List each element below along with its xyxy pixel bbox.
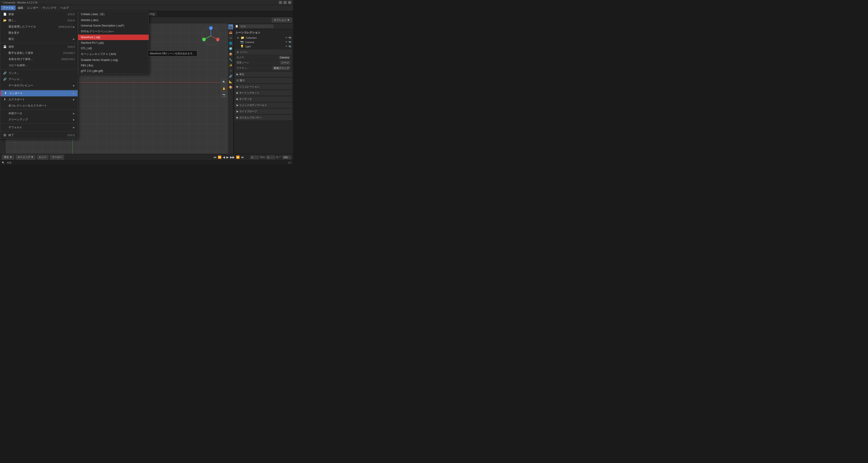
gravity-check-icon: ☑ (237, 79, 239, 82)
menu-render[interactable]: レンダー (26, 5, 40, 10)
svg-text:Z: Z (210, 28, 212, 30)
prev-keyframe-button[interactable]: ⏪ (218, 155, 221, 159)
menu-item-external-data[interactable]: 外部データ ▶ (0, 111, 78, 117)
rigid-body-section-header[interactable]: ▶ リジッドボディワールド (235, 102, 292, 108)
prop-tab-output[interactable]: 📤 (228, 30, 233, 35)
menu-item-save-inc[interactable]: 数字を追加して保存 [Ctrl] [Alt] S (0, 50, 78, 56)
cp-expand-icon: ▶ (237, 116, 238, 119)
light-probe-section-header[interactable]: ▶ ライトプローブ (235, 109, 292, 114)
import-wavefront-obj[interactable]: Wavefront (.obj) (78, 35, 149, 40)
import-collada[interactable]: Collada (.dae)（旧） (78, 11, 149, 18)
camera-render-icon[interactable]: 📷 (288, 41, 291, 43)
menu-item-save[interactable]: 💾保存 [Ctrl] S (0, 44, 78, 50)
prop-tab-material[interactable]: 🎨 (228, 85, 233, 90)
import-scalable-vector[interactable]: Scalable Vector Graphic (.svg) (78, 57, 149, 63)
custom-props-section-header[interactable]: ▶ カスタムプロパティ (235, 115, 292, 120)
timeline-play-button[interactable]: 再生 ▼ (2, 155, 14, 160)
keying-section-header[interactable]: ▶ キーイングセット (235, 90, 292, 95)
light-visibility-icon[interactable]: 👁 (285, 45, 287, 48)
prop-tab-render[interactable]: 🎬 (228, 24, 233, 29)
collection-visibility-icon[interactable]: 👁 (285, 36, 287, 39)
options-button[interactable]: オプション ▼ (272, 18, 292, 23)
zoom-in-button[interactable]: 🔍 (221, 80, 227, 85)
prop-tab-modifier[interactable]: 🔧 (228, 57, 233, 62)
menu-item-data-preview[interactable]: データのプレビュー ▶ (0, 83, 78, 89)
prev-frame-button[interactable]: ◀ (223, 155, 225, 159)
menu-item-cleanup[interactable]: クリーンアップ ▶ (0, 117, 78, 123)
viewport-right-toolbar: 🔍 ✋ 📷 (221, 80, 227, 98)
maximize-button[interactable]: □ (283, 1, 287, 4)
menu-help[interactable]: ヘルプ (59, 5, 70, 10)
menu-item-export-all[interactable]: 全コレクションをエクスポート (0, 102, 78, 109)
svg-text:X: X (217, 39, 218, 41)
menu-file[interactable]: ファイル (1, 5, 16, 10)
play-button[interactable]: ▶ (226, 155, 229, 159)
timeline-keying-button[interactable]: キーイング ▼ (16, 155, 35, 160)
jump-start-button[interactable]: ⏮ (213, 155, 216, 159)
menu-item-append[interactable]: 🔗アペンド... (0, 76, 78, 83)
start-frame-input[interactable] (266, 155, 275, 159)
import-fbx[interactable]: FBX (.fbx) (78, 63, 149, 68)
menu-sep-6 (0, 131, 78, 131)
next-frame-button[interactable]: ▶▶ (230, 155, 235, 159)
menu-item-open[interactable]: 📂開く... [Ctrl] O (0, 18, 78, 24)
navigation-gizmo[interactable]: Z X Y (200, 26, 221, 46)
menu-sep-1 (0, 43, 78, 43)
menu-item-import[interactable]: ⬇インポート ▶ (0, 90, 78, 96)
import-stl[interactable]: STL (.stl) (78, 45, 149, 51)
prop-tab-object[interactable]: 📦 (228, 52, 233, 57)
prop-tab-scene[interactable]: 🌐 (228, 41, 233, 46)
import-usd[interactable]: Universal Scene Description (.usd*) (78, 23, 149, 28)
outliner-search[interactable] (239, 25, 274, 28)
window-title: * (Unsaved) - Blender 4.2.2 LTS (2, 1, 37, 4)
prop-tab-constraints[interactable]: 🔗 (228, 74, 233, 79)
import-tooltip: Wavefront OBJ シーンを読み込みます。 (148, 51, 197, 56)
minimize-button[interactable]: — (279, 1, 282, 4)
light-render-icon[interactable]: 📷 (288, 45, 291, 48)
end-frame-input[interactable] (282, 155, 291, 159)
jump-end-button[interactable]: ⏭ (241, 155, 244, 159)
close-button[interactable]: ✕ (288, 1, 291, 4)
camera-view-button[interactable]: 📷 (221, 92, 227, 98)
menu-item-revert[interactable]: 開き直す (0, 30, 78, 36)
menu-item-quit[interactable]: ⏻終了 [Ctrl] Q (0, 132, 78, 138)
light-item[interactable]: 💡 Light 👁 📷 (234, 44, 293, 49)
menu-item-recover[interactable]: 復元 ▶ (0, 36, 78, 42)
unit-section: ▶ 単位 (235, 72, 292, 77)
prop-tab-view-layer[interactable]: 🗂 (228, 35, 233, 40)
prop-tab-world[interactable]: 🌍 (228, 46, 233, 51)
menu-item-export[interactable]: ⬆エクスポート ▶ (0, 96, 78, 102)
unit-section-header[interactable]: ▶ 単位 (235, 72, 292, 77)
menu-item-link[interactable]: 🔗リンク... (0, 70, 78, 76)
menu-item-recent[interactable]: 最近使用したファイル [Shift] [Ctrl] O ▶ (0, 24, 78, 30)
audio-section-header[interactable]: ▶ オーディオ (235, 96, 292, 102)
next-keyframe-button[interactable]: ⏩ (236, 155, 240, 159)
import-alembic[interactable]: Alembic (.abc) (78, 18, 149, 23)
prop-tab-data[interactable]: 📐 (228, 79, 233, 84)
timeline-view-button[interactable]: ビュー (37, 155, 49, 160)
menu-edit[interactable]: 編集 (16, 5, 25, 10)
scene-section-header[interactable]: ▼ シーン (235, 50, 292, 55)
import-gltf[interactable]: glTF 2.0 (.glb/.gltf) (78, 68, 149, 74)
menu-item-new[interactable]: 📄新規 [Ctrl] N (0, 11, 78, 18)
menu-item-save-copy[interactable]: コピーを保存... (0, 62, 78, 68)
prop-tab-particles[interactable]: ✨ (228, 63, 233, 68)
collection-render-icon[interactable]: 📷 (288, 36, 291, 39)
outliner-icon: 📋 (235, 25, 238, 28)
current-frame-input[interactable] (250, 155, 259, 159)
prop-tab-physics[interactable]: ⚛ (228, 68, 233, 73)
import-svg-grease[interactable]: SVGをグリースペンシルへ (78, 28, 149, 35)
menu-window[interactable]: ウィンドウ (41, 5, 58, 10)
gravity-section-header[interactable]: ☑ 重力 (235, 78, 292, 83)
audio-expand-icon: ▶ (237, 97, 238, 100)
grab-button[interactable]: ✋ (221, 86, 227, 91)
import-motion-capture[interactable]: モーションキャプチャ (.bvh) (78, 51, 149, 57)
simulation-section-header[interactable]: ▶ シミュレーション (235, 84, 292, 89)
collection-item[interactable]: ▶ 📁 Collection 👁 📷 (234, 35, 293, 40)
menu-item-defaults[interactable]: デフォルト ▶ (0, 124, 78, 130)
camera-visibility-icon[interactable]: 👁 (285, 41, 287, 43)
import-stanford-ply[interactable]: Stanford PLY (.ply) (78, 40, 149, 45)
menu-item-save-as[interactable]: 名前を付けて保存... [Shift] [Ctrl] S (0, 56, 78, 62)
timeline-marker-button[interactable]: マーカー (50, 155, 64, 160)
camera-item[interactable]: 📷 Camera 👁 📷 (234, 40, 293, 44)
